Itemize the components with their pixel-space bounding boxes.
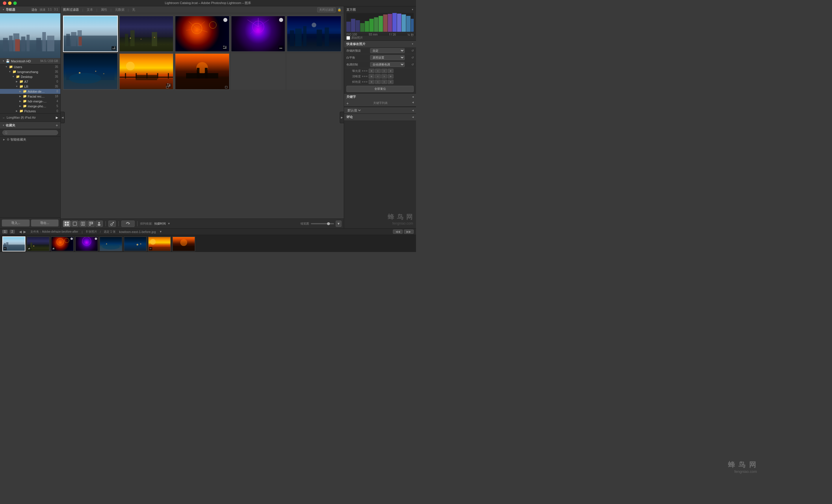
tree-item-facial[interactable]: ▶ 📁 Facial rec… 18 [0, 94, 60, 99]
vibrance-decrease-large[interactable]: « [369, 80, 374, 84]
tone-control-select[interactable]: 自动调整色调 [370, 62, 405, 67]
thumbnail-slider-thumb[interactable] [327, 222, 330, 225]
exposure-increase-large[interactable]: » [388, 69, 393, 73]
photo-cell-2[interactable] [119, 16, 174, 52]
minimize-button[interactable] [8, 1, 11, 5]
tree-item-pictures[interactable]: ▶ 📁 Pictures 0 [0, 109, 60, 113]
close-button[interactable] [3, 1, 6, 5]
filmstrip-thumb-1[interactable]: ✏ [2, 236, 25, 251]
thumbnail-expand-button[interactable]: ▼ [336, 221, 341, 227]
reset-all-button[interactable]: 全部复位 [346, 86, 414, 92]
exposure-decrease-small[interactable]: ‹ [375, 69, 381, 73]
filter-attribute-option[interactable]: 属性 [101, 7, 107, 12]
photo-cell-7[interactable] [119, 53, 174, 89]
zoom-fit[interactable]: 适合 [31, 8, 37, 12]
keyword-list-toggle[interactable]: ◀ [412, 101, 414, 106]
smart-collection-item[interactable]: ▶ ⚙ 智能收藏夹 [0, 137, 60, 143]
tree-toggle-pictures[interactable]: ▶ [15, 110, 19, 112]
maximize-button[interactable] [13, 1, 17, 5]
collapse-right-button[interactable]: ▶ [340, 112, 344, 123]
tree-item-a7[interactable]: ▶ 📁 A7 0 [0, 79, 60, 84]
ipad-section[interactable]: ← LongMan 的 iPad Air ▶ [0, 113, 60, 122]
vibrance-decrease-small[interactable]: ‹ [375, 80, 381, 84]
tree-toggle-a7[interactable]: ▶ [15, 80, 19, 83]
photo-cell-1[interactable] [63, 16, 118, 52]
zoom-3-1[interactable]: 3:1 [54, 8, 58, 12]
survey-view-button[interactable] [87, 221, 95, 227]
collections-search-input[interactable] [2, 130, 58, 135]
export-button[interactable]: 导出... [31, 219, 59, 227]
grid-view-button[interactable] [63, 221, 71, 227]
photo-cell-8[interactable] [175, 53, 230, 89]
rotate-button[interactable] [121, 221, 135, 227]
filter-none-option[interactable]: 无 [132, 7, 135, 12]
compare-view-button[interactable] [79, 221, 87, 227]
tone-reset-icon[interactable]: ↺ [411, 63, 414, 66]
wb-reset-icon[interactable]: ↺ [411, 56, 414, 59]
tree-toggle-desktop[interactable]: ▼ [11, 75, 15, 78]
tree-toggle-hdr[interactable]: ▶ [19, 100, 22, 103]
photo-cell-3[interactable] [175, 16, 230, 52]
sort-direction-icon[interactable]: ▼ [167, 222, 171, 225]
tree-toggle-adobe-de[interactable]: ▶ [19, 90, 22, 93]
photo-cell-4[interactable] [231, 16, 286, 52]
clarity-decrease-small[interactable]: ‹ [375, 74, 381, 79]
metadata-toggle[interactable]: ◀ [412, 109, 414, 112]
smart-collection-toggle[interactable]: ▶ [2, 138, 6, 141]
tree-toggle-facial[interactable]: ▶ [19, 95, 22, 97]
exposure-increase-small[interactable]: › [381, 69, 387, 73]
keywords-toggle[interactable]: ◀ [412, 95, 414, 98]
clarity-increase-small[interactable]: › [381, 74, 387, 79]
filmstrip-thumb-5[interactable] [99, 236, 123, 251]
filmstrip-thumb-3[interactable]: ◩ [51, 236, 74, 251]
filmstrip-next-film-button[interactable]: ▶▶ [404, 229, 414, 234]
filter-lock-icon[interactable]: 🔒 [337, 8, 341, 11]
metadata-preset-select[interactable]: 默认值 [346, 108, 362, 112]
import-button[interactable]: 导入... [2, 219, 30, 227]
navigator-preview[interactable] [0, 13, 60, 58]
filmstrip-prev-button[interactable]: ◀ [18, 230, 23, 234]
filmstrip-thumb-8[interactable] [172, 236, 195, 251]
collapse-left-button[interactable]: ◀ [61, 112, 65, 123]
sort-value[interactable]: 拍摄时间 [154, 222, 166, 226]
keywords-header[interactable]: 关键字 ◀ [344, 93, 416, 100]
people-view-button[interactable] [95, 221, 103, 227]
filmstrip-prev-film-button[interactable]: ◀◀ [393, 229, 403, 234]
filmstrip-thumb-2[interactable]: ◩ [27, 236, 50, 251]
tree-toggle-users[interactable]: ▼ [5, 65, 8, 68]
keyword-add-button[interactable]: + [346, 101, 349, 106]
tree-item-desktop[interactable]: ▼ 📁 Desktop 35 [0, 74, 60, 79]
quick-develop-toggle[interactable]: ▼ [411, 43, 414, 45]
white-balance-select[interactable]: 原照设置 [370, 55, 405, 60]
tree-item-users[interactable]: ▼ 📁 Users 35 [0, 64, 60, 69]
loupe-view-button[interactable] [71, 221, 79, 227]
filmstrip-page-1[interactable]: 1 [2, 230, 7, 233]
spray-button[interactable] [108, 221, 116, 227]
filmstrip-next-button[interactable]: ▶ [23, 230, 27, 234]
photo-cell-6[interactable] [63, 53, 118, 89]
zoom-1-1[interactable]: 1:1 [48, 8, 52, 12]
saved-preset-select[interactable]: 自定 [370, 48, 405, 53]
histogram-toggle[interactable]: ▼ [411, 8, 414, 11]
quick-develop-header[interactable]: 快速修改照片 ▼ [344, 41, 416, 47]
filmstrip-thumb-4[interactable] [75, 236, 98, 251]
tree-item-merge[interactable]: ▶ 📁 merge-pho… 5 [0, 104, 60, 109]
comments-toggle[interactable]: ◀ [412, 116, 414, 118]
tree-item-adobe-de[interactable]: ▶ 📁 Adobe-de… 8 [0, 89, 60, 94]
window-controls[interactable] [3, 1, 17, 5]
filmstrip-page-2[interactable]: 2 [10, 230, 15, 233]
tree-toggle-longmanzhang[interactable]: ▼ [8, 71, 11, 73]
tree-toggle-merge[interactable]: ▶ [19, 105, 22, 107]
filmstrip-thumb-7[interactable]: ✏ [148, 236, 171, 251]
photo-cell-5[interactable] [287, 16, 341, 52]
preset-reset-icon[interactable]: ↺ [411, 49, 414, 52]
filter-metadata-option[interactable]: 元数据 [115, 7, 125, 12]
tree-item-longmanzhang[interactable]: ▼ 📁 longmanzhang 35 [0, 69, 60, 74]
vibrance-increase-large[interactable]: » [388, 80, 393, 84]
clarity-increase-large[interactable]: » [388, 74, 393, 79]
tree-toggle-lr[interactable]: ▼ [15, 85, 19, 88]
vibrance-increase-small[interactable]: › [381, 80, 387, 84]
exposure-decrease-large[interactable]: « [369, 69, 374, 73]
thumbnail-slider-track[interactable] [311, 223, 334, 224]
filmstrip-thumb-6[interactable] [124, 236, 147, 251]
